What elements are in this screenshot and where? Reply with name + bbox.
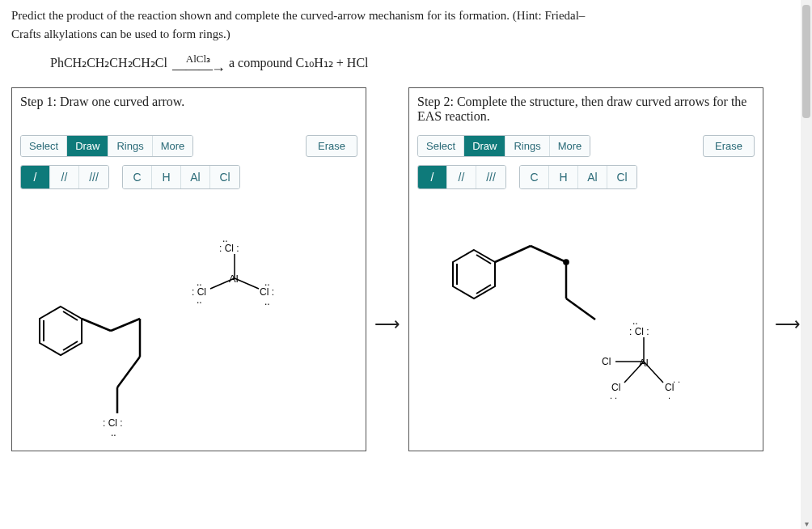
svg-line-21 [495,246,531,262]
step2-canvas[interactable]: Al .. : Cl : Cl Cl . . Cl . . . [409,201,763,451]
scroll-down-icon[interactable]: ▾ [802,519,810,527]
element-al[interactable]: Al [578,166,607,188]
question-line2: Crafts alkylations can be used to form r… [11,28,230,40]
step1-title: Step 1: Draw one curved arrow. [12,88,366,132]
svg-text:. .: . . [610,391,617,400]
structure2-svg: Al .. : Cl : Cl Cl . . Cl . . . [409,201,767,444]
reaction-equation: PhCH₂CH₂CH₂CH₂Cl AlCl₃ ———→ a compound C… [50,53,801,73]
element-c[interactable]: C [520,166,549,188]
erase-button[interactable]: Erase [703,135,755,157]
equation-left: PhCH₂CH₂CH₂CH₂Cl [50,55,167,70]
equation-right: a compound C₁₀H₁₂ + HCl [229,55,369,70]
element-al[interactable]: Al [181,166,210,188]
mode-more[interactable]: More [550,136,590,156]
mode-select[interactable]: Select [21,136,67,156]
cl-top-lbl: : Cl : [629,326,649,337]
double-bond-icon[interactable]: // [50,166,79,188]
step2-panel: Step 2: Complete the structure, then dra… [408,87,763,451]
svg-text:..: .. [111,427,116,438]
svg-text:..: .. [264,296,270,307]
svg-text:..: .. [632,315,638,327]
cl-left-lbl: Cl [602,356,611,367]
question-line1: Predict the product of the reaction show… [11,9,585,22]
step2-title: Step 2: Complete the structure, then dra… [409,88,763,132]
bond-tool-group: / // /// [20,165,109,189]
svg-text:. .: . . [673,375,680,384]
element-h[interactable]: H [549,166,578,188]
mid-arrow-icon: ⟶ [373,314,402,335]
svg-line-4 [82,319,111,331]
triple-bond-icon[interactable]: /// [476,166,505,188]
mode-rings[interactable]: Rings [505,136,549,156]
scroll-thumb[interactable] [802,5,810,118]
svg-point-25 [564,260,568,264]
equation-arrow-group: AlCl₃ ———→ [172,53,224,73]
svg-text:..: .. [264,277,270,288]
mode-draw[interactable]: Draw [464,136,505,156]
triple-bond-icon[interactable]: /// [79,166,108,188]
al-label: Al [229,273,239,285]
svg-line-5 [111,319,140,331]
single-bond-icon[interactable]: / [21,166,50,188]
right-arrow-icon: ⟶ [770,314,801,335]
structure1-svg: Al .. : Cl : : Cl .. .. Cl : .. .. : Cl … [12,201,370,444]
svg-line-22 [531,246,566,262]
step1-panel: Step 1: Draw one curved arrow. Select Dr… [11,87,366,451]
scrollbar[interactable]: ▾ [801,0,812,529]
element-group: C H Al Cl [519,165,637,189]
single-bond-icon[interactable]: / [418,166,447,188]
element-cl[interactable]: Cl [607,166,636,188]
cl-top-lbl: : Cl : [219,243,239,254]
al-label: Al [639,357,649,369]
bond-tool-group: / // /// [417,165,506,189]
question-text: Predict the product of the reaction show… [11,6,801,43]
svg-text:.: . [668,391,670,400]
mode-more[interactable]: More [153,136,193,156]
svg-marker-17 [453,250,495,298]
mode-draw[interactable]: Draw [67,136,108,156]
step2-modebar: Select Draw Rings More [417,135,590,157]
mode-select[interactable]: Select [418,136,464,156]
element-h[interactable]: H [152,166,181,188]
svg-line-24 [566,298,595,320]
double-bond-icon[interactable]: // [447,166,476,188]
svg-text:..: .. [197,277,202,288]
svg-line-7 [117,357,140,387]
svg-marker-0 [40,307,82,355]
step1-canvas[interactable]: Al .. : Cl : : Cl .. .. Cl : .. .. : Cl … [12,201,366,451]
step1-modebar: Select Draw Rings More [20,135,193,157]
element-c[interactable]: C [123,166,152,188]
reaction-arrow-icon: ———→ [172,66,224,73]
svg-text:..: .. [197,294,202,306]
element-group: C H Al Cl [122,165,240,189]
element-cl[interactable]: Cl [210,166,239,188]
mode-rings[interactable]: Rings [108,136,152,156]
erase-button[interactable]: Erase [306,135,357,157]
